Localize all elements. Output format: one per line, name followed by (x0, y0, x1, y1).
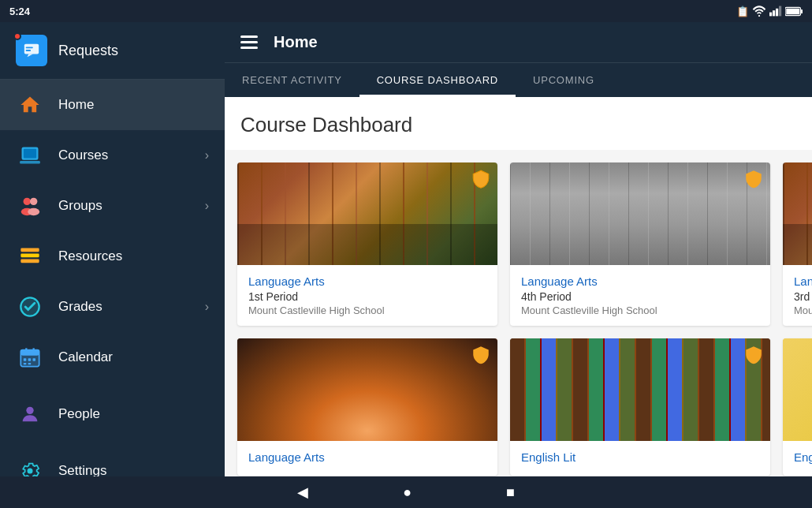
sidebar-item-courses[interactable]: Courses › (0, 130, 225, 181)
battery-icon (785, 6, 803, 17)
cards-grid: Language Arts 1st Period Mount Castlevil… (225, 150, 812, 476)
svg-rect-35 (240, 35, 258, 38)
svg-rect-4 (779, 6, 781, 17)
svg-rect-7 (786, 8, 799, 14)
book-image-arts-3 (783, 162, 812, 265)
card-body-3: Lang... 3rd P... Moun... (783, 265, 812, 326)
svg-rect-10 (26, 50, 31, 51)
requests-icon-wrap (16, 35, 47, 66)
sidebar-item-groups[interactable]: Groups › (0, 181, 225, 231)
sidebar-label-home: Home (58, 97, 209, 113)
groups-icon (16, 192, 44, 220)
svg-point-15 (30, 198, 37, 205)
course-card-3[interactable]: Lang... 3rd P... Moun... (783, 162, 812, 326)
svg-rect-18 (20, 248, 39, 252)
course-card-6[interactable]: Engli... (783, 338, 812, 476)
card-image-4 (237, 338, 497, 441)
recent-button[interactable]: ■ (506, 484, 515, 501)
svg-rect-8 (24, 44, 39, 54)
sidebar-label-settings: Settings (58, 463, 209, 476)
card-body-1: Language Arts 1st Period Mount Castlevil… (237, 265, 497, 326)
svg-rect-12 (24, 149, 36, 159)
svg-rect-2 (773, 10, 775, 16)
sidebar-item-calendar[interactable]: Calendar (0, 332, 225, 383)
course-card-5[interactable]: English Lit (510, 338, 770, 476)
svg-rect-13 (20, 161, 40, 164)
svg-rect-3 (776, 9, 778, 17)
badge-icon-1 (471, 169, 491, 189)
courses-icon (16, 141, 44, 170)
dashboard-title: Course Dashboard (225, 97, 812, 150)
sidebar: Requests Home Courses › (0, 22, 225, 476)
calendar-icon (16, 343, 44, 372)
status-icons: 📋 (736, 6, 803, 17)
svg-rect-32 (28, 363, 32, 364)
sidebar-header[interactable]: Requests (0, 22, 225, 80)
svg-rect-36 (240, 41, 258, 43)
svg-rect-9 (26, 47, 33, 48)
grades-chevron-icon: › (205, 300, 209, 314)
svg-point-34 (28, 469, 33, 474)
sidebar-item-people[interactable]: People (0, 389, 225, 439)
svg-rect-6 (801, 9, 803, 13)
sidebar-item-grades[interactable]: Grades › (0, 282, 225, 332)
sidebar-item-settings[interactable]: Settings (0, 446, 225, 476)
sidebar-item-resources[interactable]: Resources (0, 231, 225, 282)
settings-icon (16, 457, 44, 476)
svg-rect-30 (33, 358, 36, 361)
tab-upcoming[interactable]: UPCOMING (516, 63, 612, 97)
card-body-2: Language Arts 4th Period Mount Castlevil… (510, 265, 770, 326)
sidebar-label-calendar: Calendar (58, 349, 209, 365)
card-image-3 (783, 162, 812, 265)
svg-rect-28 (24, 358, 26, 361)
card-period-3: 3rd P... (794, 290, 812, 303)
book-image-englit (510, 338, 770, 441)
status-time: 5:24 (9, 6, 30, 17)
dashboard-content: Course Dashboard Language Arts 1st Perio… (225, 97, 812, 476)
course-card-1[interactable]: Language Arts 1st Period Mount Castlevil… (237, 162, 497, 326)
sidebar-item-home[interactable]: Home (0, 80, 225, 130)
card-school-1: Mount Castleville High School (248, 304, 486, 316)
card-image-6 (783, 338, 812, 441)
badge-icon-4 (471, 345, 491, 365)
app-container: Requests Home Courses › (0, 22, 812, 476)
svg-rect-25 (20, 350, 39, 356)
svg-rect-20 (20, 260, 39, 263)
card-subject-3: Lang... (794, 275, 812, 288)
card-image-2 (510, 162, 770, 265)
book-image-arts-1 (237, 162, 497, 265)
course-card-4[interactable]: Language Arts (237, 338, 497, 476)
tabs-bar: RECENT ACTIVITY COURSE DASHBOARD UPCOMIN… (225, 62, 812, 97)
book-image-arts-4 (237, 338, 497, 441)
svg-rect-19 (20, 254, 39, 258)
svg-rect-31 (24, 363, 26, 364)
svg-point-14 (24, 198, 31, 205)
groups-chevron-icon: › (205, 199, 209, 213)
chat-icon (23, 42, 40, 59)
card-period-2: 4th Period (521, 290, 759, 303)
card-subject-1: Language Arts (248, 275, 486, 288)
badge-icon-5 (743, 345, 764, 365)
card-subject-5: English Lit (521, 450, 759, 464)
card-image-1 (237, 162, 497, 265)
course-card-2[interactable]: Language Arts 4th Period Mount Castlevil… (510, 162, 770, 326)
card-body-6: Engli... (783, 441, 812, 476)
sidebar-header-label: Requests (58, 43, 118, 59)
bottom-nav: ◀ ● ■ (0, 476, 812, 508)
wifi-icon (752, 6, 766, 17)
card-school-2: Mount Castleville High School (521, 304, 759, 316)
sidebar-label-resources: Resources (58, 248, 209, 264)
card-subject-2: Language Arts (521, 275, 759, 288)
svg-rect-29 (28, 358, 32, 361)
home-icon (16, 91, 44, 119)
book-image-arts-2 (510, 162, 770, 265)
card-subject-4: Language Arts (248, 450, 486, 464)
home-button[interactable]: ● (403, 484, 412, 501)
tab-recent-activity[interactable]: RECENT ACTIVITY (225, 63, 359, 97)
tab-course-dashboard[interactable]: COURSE DASHBOARD (359, 63, 516, 97)
sidebar-label-people: People (58, 406, 209, 422)
svg-point-0 (758, 15, 760, 17)
back-button[interactable]: ◀ (297, 484, 308, 501)
svg-point-17 (28, 208, 39, 215)
hamburger-icon[interactable] (240, 35, 258, 50)
